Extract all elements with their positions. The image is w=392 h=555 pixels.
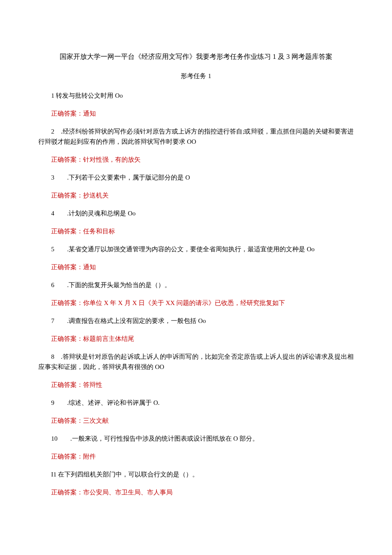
- answer-text: 正确答案：市公安局、市卫生局、市人事局: [38, 487, 354, 497]
- question-text: 4 .计划的灵魂和总纲是 Oo: [38, 208, 354, 218]
- answer-text: 正确答案：标题前言主体结尾: [38, 334, 354, 344]
- answer-text: 正确答案：通知: [38, 262, 354, 272]
- question-text: 8 .答辩状是针对原告的起诉或上诉人的申诉而写的，比如完全否定原告或上诉人提出的…: [38, 352, 354, 372]
- question-text: I1 在下列四组机关部门中，可以联合行文的是（）。: [38, 469, 354, 479]
- question-text: 3 .下列若干公文要素中，属于版记部分的是 O: [38, 172, 354, 183]
- document-page: 国家开放大学一网一平台《经济应用文写作》我要考形考任务作业练习 1 及 3 网考…: [0, 0, 392, 555]
- answer-text: 正确答案：针对性强，有的放矢: [38, 154, 354, 165]
- answer-text: 正确答案：附件: [38, 451, 354, 462]
- question-text: 1 转发与批转公文时用 Oo: [38, 90, 354, 101]
- question-text: 9 .综述、述评、评论和书评属于 O.: [38, 398, 354, 408]
- answer-text: 正确答案：任务和目标: [38, 226, 354, 236]
- question-text: 6 .下面的批复开头最为恰当的是（）。: [38, 280, 354, 290]
- answer-text: 正确答案：你单位 X 年 X 月 X 日《关于 XX 问题的请示》已收悉，经研究…: [38, 298, 354, 308]
- document-title: 国家开放大学一网一平台《经济应用文写作》我要考形考任务作业练习 1 及 3 网考…: [38, 51, 354, 62]
- answer-text: 正确答案：三次文献: [38, 416, 354, 426]
- question-text: 5 .某省交通厅以加强交通管理为内容的公文，要使全省周知执行，最适宜使用的文种是…: [38, 244, 354, 254]
- answer-text: 正确答案：答辩性: [38, 380, 354, 390]
- question-text: 10 .一般来说，可行性报告中涉及的统计图表或设计图纸放在 O 部分。: [38, 433, 354, 444]
- answer-text: 正确答案：抄送机关: [38, 190, 354, 200]
- question-text: 2 .经济纠纷答辩状的写作必须针对原告方或上诉方的指控进行答自;或辩驳，重点抓住…: [38, 126, 354, 147]
- document-subtitle: 形考任务 1: [38, 71, 354, 81]
- answer-text: 正确答案：通知: [38, 108, 354, 119]
- question-text: 7 .调查报告在格式上没有固定的要求，一般包括 Oo: [38, 316, 354, 326]
